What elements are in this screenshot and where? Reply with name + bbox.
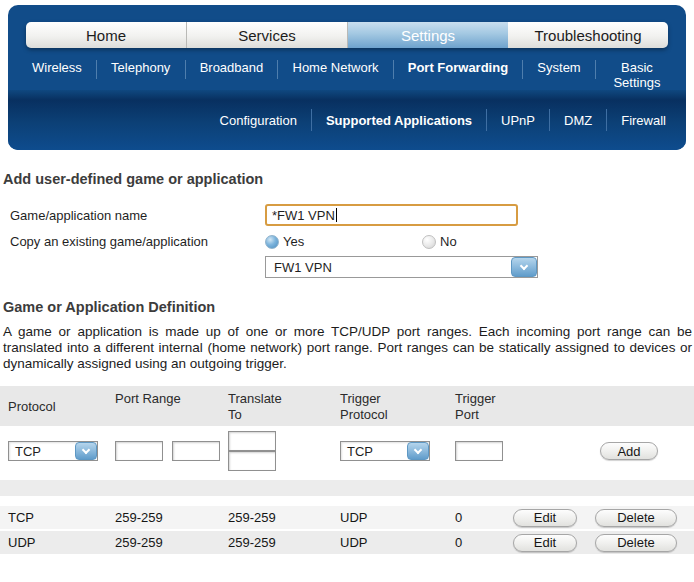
- col-header-actions: [504, 391, 580, 423]
- port-forwarding-submenu: Configuration Supported Applications UPn…: [8, 100, 686, 131]
- separator: [96, 60, 97, 79]
- text-cursor: [336, 208, 337, 222]
- dropdown-button[interactable]: [407, 442, 429, 460]
- separator: [185, 60, 186, 79]
- trigger-protocol-select[interactable]: TCP: [340, 441, 430, 461]
- add-button[interactable]: Add: [600, 442, 658, 460]
- existing-application-value: FW1 VPN: [266, 260, 511, 275]
- radio-unselected-icon[interactable]: [422, 235, 436, 249]
- menu-item-home-network[interactable]: Home Network: [291, 60, 381, 75]
- copy-existing-label: Copy an existing game/application: [10, 234, 265, 249]
- game-name-value: *FW1 VPN: [272, 208, 335, 223]
- table-spacer-band: [0, 480, 694, 496]
- game-name-row: Game/application name *FW1 VPN: [10, 204, 694, 226]
- menu-item-telephony[interactable]: Telephony: [109, 60, 172, 75]
- definition-description: A game or application is made up of one …: [3, 324, 692, 372]
- separator: [277, 60, 278, 79]
- submenu-item-dmz[interactable]: DMZ: [564, 113, 592, 128]
- row-trigger-port: 0: [447, 510, 504, 525]
- submenu-item-supported-applications[interactable]: Supported Applications: [326, 113, 472, 128]
- separator: [486, 109, 487, 131]
- menu-item-port-forwarding[interactable]: Port Forwarding: [406, 60, 510, 75]
- separator: [311, 109, 312, 131]
- protocol-select-value: TCP: [9, 444, 75, 459]
- col-header-trigger-port: Trigger Port: [447, 391, 504, 423]
- col-header-translate-to: Translate To: [220, 391, 296, 423]
- translate-from-input[interactable]: [228, 431, 276, 451]
- copy-yes-option[interactable]: Yes: [265, 234, 422, 249]
- submenu-item-configuration[interactable]: Configuration: [220, 113, 297, 128]
- main-tab-bar: Home Services Settings Troubleshooting: [26, 22, 668, 48]
- chevron-down-icon: [82, 445, 90, 453]
- table-header-row: Protocol Port Range Translate To Trigger…: [0, 386, 694, 426]
- col-header-trigger-protocol: Trigger Protocol: [332, 391, 408, 423]
- port-range-from-input[interactable]: [115, 441, 163, 461]
- dropdown-button[interactable]: [511, 257, 537, 277]
- tab-troubleshooting[interactable]: Troubleshooting: [508, 22, 668, 48]
- delete-button[interactable]: Delete: [595, 534, 677, 552]
- submenu-item-upnp[interactable]: UPnP: [501, 113, 535, 128]
- row-port-range: 259-259: [107, 510, 220, 525]
- separator: [595, 60, 596, 79]
- table-row: UDP 259-259 259-259 UDP 0 Edit Delete: [0, 531, 694, 554]
- row-trigger-protocol: UDP: [332, 510, 447, 525]
- port-ranges-table: Protocol Port Range Translate To Trigger…: [0, 386, 694, 554]
- tab-services[interactable]: Services: [187, 22, 348, 48]
- header-divider: [8, 90, 686, 100]
- radio-selected-icon[interactable]: [265, 235, 279, 249]
- trigger-port-input[interactable]: [455, 441, 503, 461]
- menu-item-wireless[interactable]: Wireless: [30, 60, 84, 75]
- chevron-down-icon: [414, 445, 422, 453]
- main-content: Add user-defined game or application Gam…: [0, 171, 694, 582]
- sub-nav-band: Configuration Supported Applications UPn…: [8, 100, 686, 150]
- add-section-title: Add user-defined game or application: [3, 171, 694, 187]
- table-row: TCP 259-259 259-259 UDP 0 Edit Delete: [0, 506, 694, 529]
- new-port-range-row: TCP TCP Add: [0, 426, 694, 477]
- edit-button[interactable]: Edit: [513, 534, 577, 552]
- header: Home Services Settings Troubleshooting W…: [8, 5, 686, 150]
- menu-item-broadband[interactable]: Broadband: [198, 60, 266, 75]
- game-name-label: Game/application name: [10, 208, 265, 223]
- copy-no-label: No: [440, 234, 457, 249]
- translate-to-input[interactable]: [228, 451, 276, 471]
- separator: [393, 60, 394, 79]
- col-header-port-range: Port Range: [107, 391, 183, 423]
- trigger-protocol-select-value: TCP: [341, 444, 407, 459]
- protocol-select[interactable]: TCP: [8, 441, 98, 461]
- tab-settings[interactable]: Settings: [348, 22, 508, 48]
- row-port-range: 259-259: [107, 535, 220, 550]
- copy-existing-row: Copy an existing game/application Yes No: [10, 234, 694, 249]
- row-translate-to: 259-259: [220, 510, 332, 525]
- edit-button[interactable]: Edit: [513, 509, 577, 527]
- existing-application-select[interactable]: FW1 VPN: [265, 256, 538, 278]
- row-protocol: TCP: [0, 510, 107, 525]
- row-trigger-port: 0: [447, 535, 504, 550]
- delete-button[interactable]: Delete: [595, 509, 677, 527]
- copy-yes-label: Yes: [283, 234, 304, 249]
- port-range-to-input[interactable]: [172, 441, 220, 461]
- settings-menu: Wireless Telephony Broadband Home Networ…: [8, 48, 686, 90]
- menu-item-system[interactable]: System: [535, 60, 582, 75]
- dropdown-button[interactable]: [75, 442, 97, 460]
- separator: [522, 60, 523, 79]
- game-name-input[interactable]: *FW1 VPN: [265, 204, 518, 226]
- submenu-item-firewall[interactable]: Firewall: [621, 113, 666, 128]
- definition-section-title: Game or Application Definition: [3, 299, 694, 315]
- separator: [549, 109, 550, 131]
- menu-item-basic-settings[interactable]: Basic Settings: [608, 60, 666, 90]
- row-translate-to: 259-259: [220, 535, 332, 550]
- copy-source-row: FW1 VPN: [10, 256, 694, 278]
- chevron-down-icon: [520, 261, 528, 269]
- row-trigger-protocol: UDP: [332, 535, 447, 550]
- copy-no-option[interactable]: No: [422, 234, 457, 249]
- tab-home[interactable]: Home: [26, 22, 187, 48]
- separator: [606, 109, 607, 131]
- col-header-protocol: Protocol: [0, 399, 76, 415]
- row-protocol: UDP: [0, 535, 107, 550]
